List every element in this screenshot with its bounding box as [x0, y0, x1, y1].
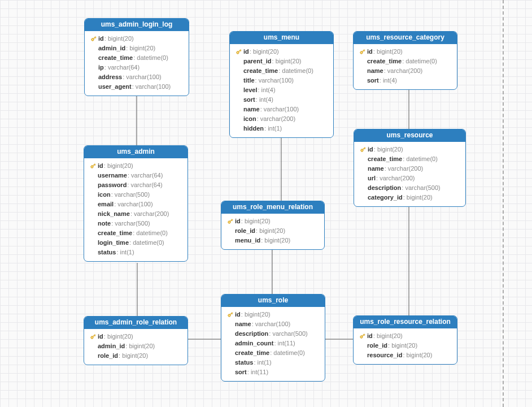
entity-ums_role_menu_relation[interactable]: ums_role_menu_relationid: bigint(20)role… — [221, 201, 325, 250]
key-icon-placeholder — [358, 77, 366, 85]
entity-ums_role_resource_relation[interactable]: ums_role_resource_relationid: bigint(20)… — [353, 315, 457, 365]
key-icon-placeholder — [89, 45, 97, 53]
entity-ums_resource[interactable]: ums_resourceid: bigint(20)create_time: d… — [354, 129, 466, 207]
column-name: ip — [98, 63, 104, 72]
key-icon-placeholder — [89, 249, 97, 257]
key-icon-placeholder — [234, 115, 242, 123]
primary-key-icon — [89, 35, 97, 43]
entity-ums_resource_category[interactable]: ums_resource_categoryid: bigint(20)creat… — [353, 31, 457, 90]
key-icon-placeholder — [226, 369, 234, 376]
column-row: role_id: bigint(20) — [89, 351, 183, 361]
entity-title: ums_menu — [230, 32, 333, 44]
key-icon-placeholder — [89, 172, 97, 180]
column-type: : bigint(20) — [126, 44, 155, 53]
column-type: : varchar(100) — [132, 82, 171, 92]
key-icon-placeholder — [234, 86, 242, 94]
column-name: id — [367, 47, 373, 57]
column-type: : varchar(500) — [269, 329, 307, 339]
column-row: title: varchar(100) — [234, 76, 329, 85]
column-name: sort — [235, 367, 247, 377]
column-name: login_time — [98, 238, 129, 248]
key-icon-placeholder — [89, 83, 97, 91]
column-name: email — [98, 200, 114, 209]
column-type: : varchar(500) — [402, 183, 440, 193]
column-row: login_time: datetime(0) — [89, 238, 183, 248]
column-name: create_time — [235, 348, 269, 358]
entity-columns: id: bigint(20)create_time: datetime(0)na… — [354, 142, 465, 206]
column-row: id: bigint(20) — [89, 332, 183, 341]
column-name: menu_id — [235, 236, 260, 245]
column-row: description: varchar(500) — [359, 183, 461, 193]
column-name: id — [98, 332, 103, 341]
column-name: sort — [243, 95, 255, 105]
column-name: admin_id — [98, 341, 125, 351]
column-row: menu_id: bigint(20) — [226, 236, 320, 245]
column-name: role_id — [367, 341, 387, 350]
column-name: password — [98, 180, 127, 190]
column-name: create_time — [367, 57, 402, 66]
entity-ums_role[interactable]: ums_roleid: bigint(20)name: varchar(100)… — [221, 294, 325, 382]
column-type: : int(4) — [258, 85, 275, 95]
column-type: : varchar(100) — [123, 72, 161, 82]
key-icon-placeholder — [89, 230, 97, 237]
primary-key-icon — [358, 332, 366, 340]
entity-ums_menu[interactable]: ums_menuid: bigint(20)parent_id: bigint(… — [229, 31, 334, 138]
column-row: role_id: bigint(20) — [226, 226, 320, 236]
column-name: user_agent — [98, 82, 132, 92]
column-row: user_agent: varchar(100) — [89, 82, 184, 92]
column-name: id — [367, 331, 373, 341]
column-name: id — [235, 217, 241, 226]
column-type: : datetime(0) — [129, 238, 164, 248]
column-name: icon — [98, 190, 111, 200]
page-boundary-line — [503, 0, 504, 407]
entity-columns: id: bigint(20)create_time: datetime(0)na… — [354, 44, 457, 89]
entity-columns: id: bigint(20)parent_id: bigint(20)creat… — [230, 44, 333, 137]
column-type: : bigint(20) — [403, 193, 433, 202]
column-name: id — [98, 161, 103, 171]
column-name: create_time — [98, 228, 132, 238]
key-icon-placeholder — [89, 239, 97, 247]
column-name: note — [98, 219, 111, 228]
column-row: id: bigint(20) — [358, 47, 452, 57]
column-name: title — [243, 76, 255, 85]
column-type: : varchar(500) — [111, 190, 150, 200]
column-row: resource_id: bigint(20) — [358, 350, 452, 360]
column-name: level — [243, 85, 257, 95]
column-row: name: varchar(100) — [226, 319, 320, 329]
key-icon-placeholder — [234, 125, 242, 133]
entity-ums_admin[interactable]: ums_adminid: bigint(20)username: varchar… — [84, 145, 188, 262]
primary-key-icon — [89, 333, 97, 341]
column-type: : datetime(0) — [402, 57, 437, 66]
entity-title: ums_role_resource_relation — [354, 316, 457, 328]
primary-key-icon — [89, 162, 97, 170]
column-type: : bigint(20) — [374, 145, 403, 154]
entity-ums_admin_login_log[interactable]: ums_admin_login_logid: bigint(20)admin_i… — [84, 18, 189, 96]
key-icon-placeholder — [359, 184, 367, 192]
key-icon-placeholder — [358, 58, 366, 66]
column-type: : varchar(500) — [111, 219, 150, 228]
key-icon-placeholder — [226, 237, 234, 245]
column-name: username — [98, 171, 127, 180]
entity-title: ums_role_menu_relation — [221, 201, 324, 214]
column-row: id: bigint(20) — [234, 47, 329, 57]
column-name: id — [98, 34, 104, 44]
column-name: admin_count — [235, 339, 273, 348]
column-type: : int(11) — [274, 339, 295, 348]
entity-columns: id: bigint(20)admin_id: bigint(20)create… — [85, 31, 189, 96]
key-icon-placeholder — [359, 155, 367, 163]
column-name: create_time — [368, 154, 402, 164]
column-name: url — [368, 174, 376, 183]
column-row: id: bigint(20) — [358, 331, 452, 341]
entity-columns: id: bigint(20)username: varchar(64)passw… — [84, 158, 187, 261]
key-icon-placeholder — [89, 220, 97, 228]
key-icon-placeholder — [89, 54, 97, 62]
key-icon-placeholder — [89, 201, 97, 209]
column-row: note: varchar(500) — [89, 219, 183, 228]
column-type: : datetime(0) — [133, 53, 168, 63]
entity-columns: id: bigint(20)name: varchar(100)descript… — [221, 307, 325, 381]
entity-ums_admin_role_relation[interactable]: ums_admin_role_relationid: bigint(20)adm… — [84, 316, 188, 365]
key-icon-placeholder — [226, 359, 234, 367]
column-row: create_time: datetime(0) — [89, 228, 183, 238]
column-row: ip: varchar(64) — [89, 63, 184, 72]
primary-key-icon — [226, 218, 234, 226]
